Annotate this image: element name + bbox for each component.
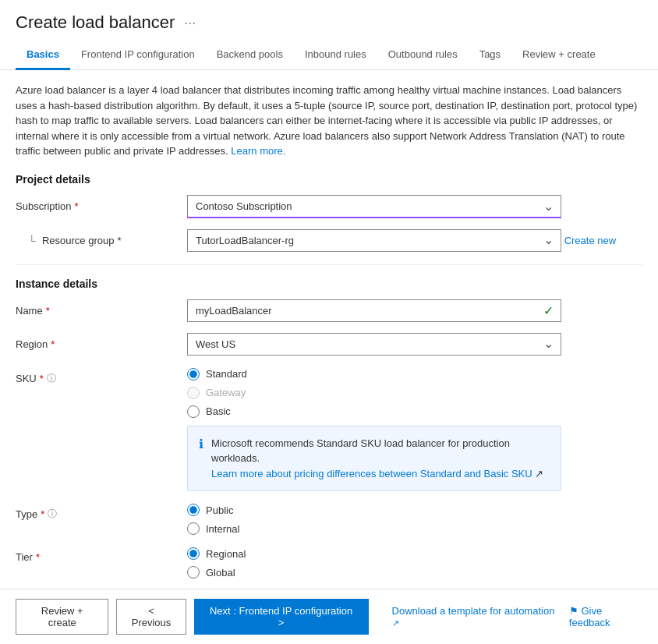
description-text: Azure load balancer is a layer 4 load ba… — [16, 83, 642, 159]
region-label: Region * — [16, 333, 187, 350]
learn-more-link[interactable]: Learn more. — [231, 145, 285, 157]
name-input[interactable] — [187, 299, 561, 322]
type-internal-label: Internal — [206, 523, 239, 535]
type-public[interactable]: Public — [187, 504, 642, 516]
sku-label: SKU * ⓘ — [16, 366, 187, 385]
sku-standard[interactable]: Standard — [187, 368, 642, 380]
page-header: Create load balancer ··· — [0, 0, 658, 33]
region-control: West US — [187, 333, 642, 356]
download-template-link[interactable]: Download a template for automation ↗ — [392, 605, 557, 628]
tier-regional-label: Regional — [206, 548, 246, 560]
footer-bar: Review + create < Previous Next : Fronte… — [0, 589, 658, 644]
project-details-title: Project details — [16, 173, 642, 186]
type-public-label: Public — [206, 504, 233, 516]
name-check-icon: ✓ — [543, 303, 554, 318]
tier-row: Tier * Regional Global — [16, 546, 642, 579]
resource-group-required: * — [117, 235, 121, 246]
sku-required: * — [40, 373, 44, 384]
tier-regional-radio[interactable] — [187, 547, 200, 560]
review-create-button[interactable]: Review + create — [16, 599, 108, 635]
tab-frontend-ip[interactable]: Frontend IP configuration — [70, 41, 206, 70]
sku-standard-radio[interactable] — [187, 368, 200, 380]
resource-group-control: TutorLoadBalancer-rg Create new — [187, 229, 642, 252]
divider — [16, 264, 642, 265]
sku-gateway[interactable]: Gateway — [187, 387, 642, 399]
instance-details-title: Instance details — [16, 278, 642, 290]
name-control: ✓ — [187, 299, 642, 322]
name-input-wrapper: ✓ — [187, 299, 561, 322]
subscription-required: * — [75, 200, 79, 212]
name-required: * — [46, 305, 50, 317]
sku-basic-label: Basic — [206, 405, 231, 417]
type-info-icon[interactable]: ⓘ — [48, 508, 57, 521]
type-internal-radio[interactable] — [187, 522, 200, 535]
footer-links: Download a template for automation ↗ ⚑ G… — [392, 605, 642, 628]
tab-review-create[interactable]: Review + create — [511, 41, 607, 70]
sku-info-text: Microsoft recommends Standard SKU load b… — [211, 436, 550, 482]
subscription-control: Contoso Subscription — [187, 195, 642, 218]
resource-group-label: Resource group * — [16, 229, 187, 247]
resource-group-row: Resource group * TutorLoadBalancer-rg Cr… — [16, 229, 642, 252]
nav-tabs: Basics Frontend IP configuration Backend… — [0, 41, 658, 70]
page-title: Create load balancer — [16, 12, 175, 33]
sku-info-box: ℹ Microsoft recommends Standard SKU load… — [187, 426, 561, 492]
tier-control: Regional Global — [187, 546, 642, 579]
sku-standard-label: Standard — [206, 368, 247, 380]
download-icon: ↗ — [392, 618, 399, 628]
region-select[interactable]: West US — [187, 333, 561, 356]
tier-required: * — [36, 551, 40, 563]
name-row: Name * ✓ — [16, 299, 642, 322]
subscription-select[interactable]: Contoso Subscription — [187, 195, 561, 218]
type-radio-group: Public Internal — [187, 504, 642, 535]
subscription-label: Subscription * — [16, 195, 187, 212]
type-internal[interactable]: Internal — [187, 522, 642, 535]
create-new-link[interactable]: Create new — [564, 235, 616, 246]
type-label: Type * ⓘ — [16, 502, 187, 521]
sku-basic-radio[interactable] — [187, 405, 200, 418]
sku-basic[interactable]: Basic — [187, 405, 642, 418]
page-title-ellipsis: ··· — [184, 15, 196, 31]
give-feedback-link[interactable]: ⚑ Give feedback — [569, 605, 642, 628]
type-control: Public Internal — [187, 502, 642, 535]
resource-group-select-wrapper: TutorLoadBalancer-rg — [187, 229, 561, 252]
tier-global-radio[interactable] — [187, 566, 200, 579]
tab-outbound-rules[interactable]: Outbound rules — [377, 41, 469, 70]
sku-info-icon[interactable]: ⓘ — [47, 372, 56, 385]
type-row: Type * ⓘ Public Internal — [16, 502, 642, 535]
next-button[interactable]: Next : Frontend IP configuration > — [194, 599, 369, 635]
type-required: * — [41, 508, 44, 520]
tier-global[interactable]: Global — [187, 566, 642, 579]
tab-basics[interactable]: Basics — [16, 41, 70, 70]
sku-info-link[interactable]: Learn more about pricing differences bet… — [211, 468, 532, 479]
info-icon: ℹ — [199, 437, 203, 482]
subscription-select-wrapper: Contoso Subscription — [187, 195, 561, 218]
sku-control: Standard Gateway Basic ℹ Microsoft recom… — [187, 366, 642, 492]
sku-row: SKU * ⓘ Standard Gateway Basic ℹ — [16, 366, 642, 492]
tier-label: Tier * — [16, 546, 187, 563]
external-link-icon: ↗ — [535, 468, 543, 479]
tab-backend-pools[interactable]: Backend pools — [206, 41, 294, 70]
subscription-row: Subscription * Contoso Subscription — [16, 195, 642, 218]
feedback-icon: ⚑ — [569, 605, 578, 617]
sku-radio-group: Standard Gateway Basic — [187, 368, 642, 418]
tier-regional[interactable]: Regional — [187, 547, 642, 560]
sku-gateway-radio[interactable] — [187, 387, 200, 399]
previous-button[interactable]: < Previous — [116, 599, 186, 635]
region-row: Region * West US — [16, 333, 642, 356]
tier-global-label: Global — [206, 567, 235, 579]
resource-group-select[interactable]: TutorLoadBalancer-rg — [187, 229, 561, 252]
sku-gateway-label: Gateway — [206, 387, 246, 398]
tab-inbound-rules[interactable]: Inbound rules — [294, 41, 377, 70]
region-select-wrapper: West US — [187, 333, 561, 356]
content-area: Azure load balancer is a layer 4 load ba… — [0, 70, 658, 644]
name-label: Name * — [16, 299, 187, 317]
tier-radio-group: Regional Global — [187, 547, 642, 579]
region-required: * — [51, 338, 55, 350]
tab-tags[interactable]: Tags — [469, 41, 511, 70]
type-public-radio[interactable] — [187, 504, 200, 516]
